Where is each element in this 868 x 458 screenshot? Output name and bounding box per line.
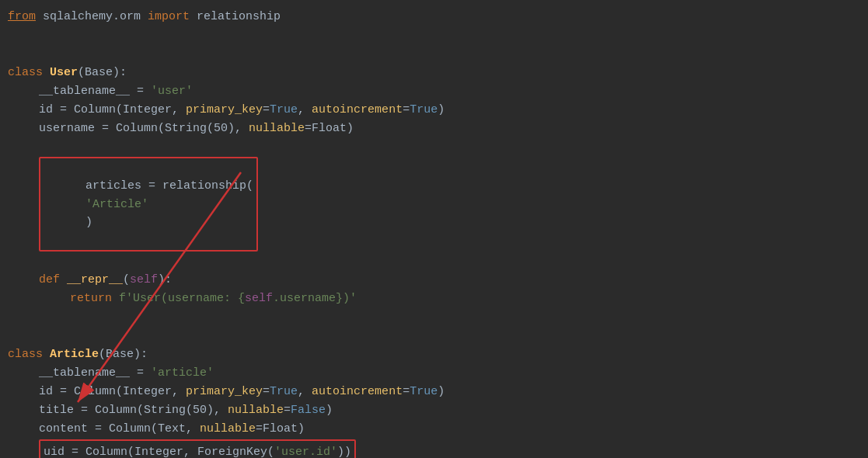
blank-4 [8, 252, 852, 270]
line-tablename-article: __tablename__ = 'article' [8, 363, 852, 382]
keyword-import: import [148, 8, 190, 26]
uid-author-highlight: uid = Column(Integer, ForeignKey( 'user.… [39, 439, 356, 458]
line-import: from sqlalchemy.orm import relationship [8, 8, 852, 26]
blank-5 [8, 307, 852, 326]
line-tablename-user: __tablename__ = 'user' [8, 82, 852, 101]
line-def: def __repr__ ( self ): [8, 270, 852, 289]
line-class-user: class User (Base): [8, 64, 852, 82]
line-uid: uid = Column(Integer, ForeignKey( 'user.… [44, 442, 351, 458]
blank-6 [8, 326, 852, 345]
articles-highlight: articles = relationship( 'Article' ) [39, 157, 258, 252]
blank-1 [8, 26, 852, 45]
code-editor: from sqlalchemy.orm import relationship … [0, 0, 868, 458]
blank-3 [8, 138, 852, 157]
blank-2 [8, 45, 852, 64]
line-articles: articles = relationship( 'Article' ) [8, 157, 852, 252]
line-content: content = Column(Text, nullable =Float) [8, 419, 852, 438]
line-return: return f'User(username: { self .username… [8, 289, 852, 307]
uid-author-highlight-container: uid = Column(Integer, ForeignKey( 'user.… [39, 439, 356, 458]
line-username: username = Column(String(50), nullable =… [8, 120, 852, 138]
line-id-user: id = Column(Integer, primary_key = True … [8, 101, 852, 120]
line-id-article: id = Column(Integer, primary_key = True … [8, 382, 852, 401]
line-class-article: class Article (Base): [8, 345, 852, 363]
line-title: title = Column(String(50), nullable = Fa… [8, 401, 852, 419]
keyword-from: from [8, 8, 36, 26]
